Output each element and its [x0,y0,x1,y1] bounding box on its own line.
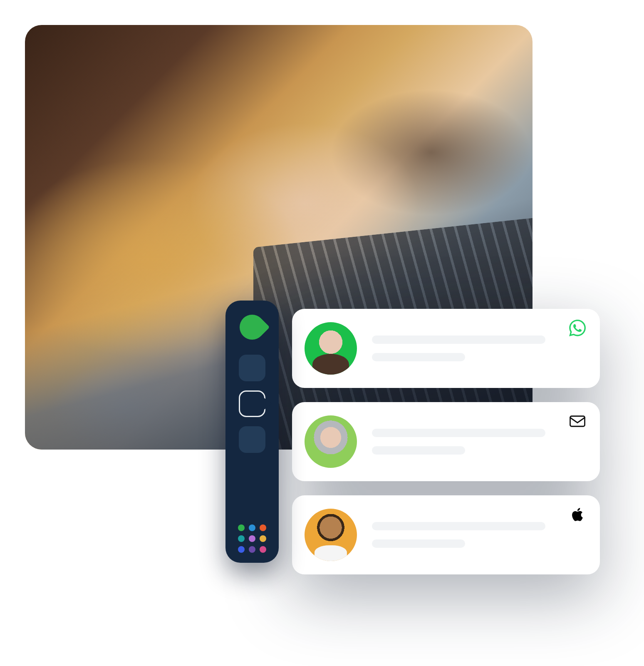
preview-line [372,539,465,548]
email-icon [568,412,587,430]
palette-dot[interactable] [249,535,255,542]
conversation-card[interactable] [292,309,600,388]
message-preview [372,429,583,455]
preview-line [372,335,545,344]
palette-dot[interactable] [260,546,266,553]
palette-dot[interactable] [260,524,266,531]
palette-dot[interactable] [260,535,266,542]
svg-rect-0 [570,416,585,427]
conversation-card[interactable] [292,402,600,481]
palette-dot[interactable] [238,535,245,542]
conversation-card[interactable] [292,495,600,574]
active-pointer-icon [264,398,272,410]
color-palette[interactable] [238,524,266,553]
brand-logo[interactable] [237,312,267,342]
message-preview [372,522,583,548]
leaf-icon [235,310,270,345]
conversation-list [292,309,600,589]
message-preview [372,335,583,361]
channel-sidebar [225,301,279,563]
avatar [305,509,357,561]
apple-icon [568,505,587,524]
palette-dot[interactable] [249,546,255,553]
sidebar-nav-item-active[interactable] [239,390,265,417]
avatar [305,322,357,375]
palette-dot[interactable] [238,524,245,531]
sidebar-nav-item-3[interactable] [239,426,265,453]
whatsapp-icon [568,319,587,337]
sidebar-nav-item-1[interactable] [239,355,265,381]
preview-line [372,353,465,361]
preview-line [372,429,545,437]
preview-line [372,446,465,455]
palette-dot[interactable] [238,546,245,553]
palette-dot[interactable] [249,524,255,531]
preview-line [372,522,545,530]
avatar [305,415,357,468]
